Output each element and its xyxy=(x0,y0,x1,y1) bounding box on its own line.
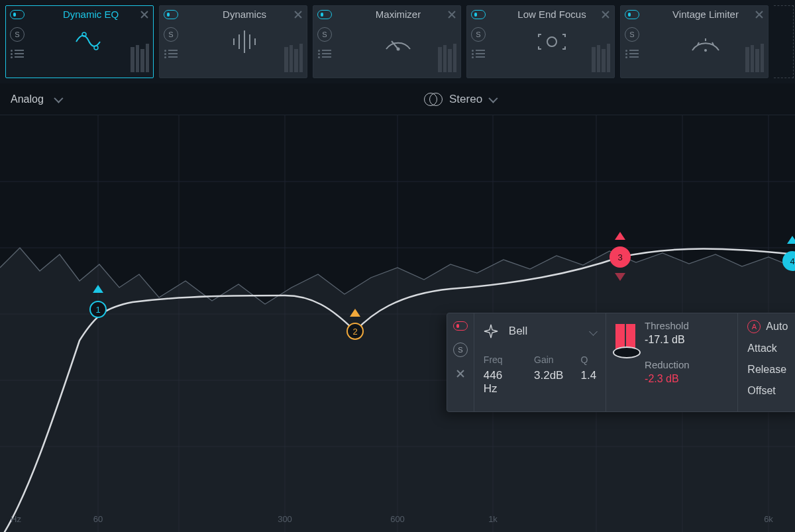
freq-tick: Hz xyxy=(11,514,21,524)
threshold-slider[interactable] xyxy=(615,324,635,384)
param-label: Q xyxy=(580,354,596,365)
power-toggle-icon[interactable] xyxy=(164,10,178,19)
add-module-slot[interactable] xyxy=(774,5,794,78)
preset-list-icon[interactable] xyxy=(472,50,485,59)
gain-param[interactable]: Gain 3.2dB xyxy=(534,354,563,396)
module-low-end-focus[interactable]: S Low End Focus xyxy=(466,5,615,78)
offset-param[interactable]: Offset xyxy=(747,385,795,397)
channel-dropdown[interactable]: Stereo xyxy=(424,93,496,106)
close-icon[interactable] xyxy=(755,10,764,19)
auto-badge-icon: A xyxy=(747,320,761,333)
eq-band-node-2[interactable]: 2 xyxy=(346,323,364,340)
panel-shape-column: Bell Freq 446 Hz Gain 3.2dB Q 1.4 xyxy=(474,313,606,411)
module-title: Dynamics xyxy=(223,9,266,20)
preset-list-icon[interactable] xyxy=(625,50,639,59)
module-left-icons: S xyxy=(6,6,28,78)
mode-dropdown[interactable]: Analog xyxy=(11,93,61,105)
dynamic-eq-icon xyxy=(71,25,111,58)
reduction-value: -2.3 dB xyxy=(645,373,690,385)
module-dynamics[interactable]: S Dynamics xyxy=(159,5,307,78)
reduction-label: Reduction xyxy=(645,359,690,370)
level-meter xyxy=(592,34,610,72)
freq-tick: 1k xyxy=(488,514,498,524)
freq-tick: 600 xyxy=(390,514,405,524)
power-toggle-icon[interactable] xyxy=(317,10,332,19)
level-meter xyxy=(745,34,764,72)
mode-label: Analog xyxy=(11,93,44,105)
param-label: Freq xyxy=(484,354,517,365)
focus-icon xyxy=(532,25,572,58)
attack-param[interactable]: Attack xyxy=(747,343,795,354)
chevron-down-icon xyxy=(54,93,63,103)
svg-point-9 xyxy=(547,37,556,46)
module-title: Vintage Limiter xyxy=(672,9,739,20)
threshold-label: Threshold xyxy=(645,320,690,331)
module-left-icons: S xyxy=(313,6,336,78)
param-grid: Freq 446 Hz Gain 3.2dB Q 1.4 xyxy=(484,354,596,396)
preset-list-icon[interactable] xyxy=(318,50,331,59)
auto-toggle[interactable]: A Auto xyxy=(747,320,795,333)
eq-band-node-3[interactable]: 3 xyxy=(610,246,631,268)
svg-point-8 xyxy=(397,48,400,51)
release-param[interactable]: Release xyxy=(747,364,795,376)
param-value: 3.2dB xyxy=(534,369,563,382)
solo-button[interactable]: S xyxy=(10,27,25,42)
module-vintage-limiter[interactable]: S Vintage Limiter xyxy=(620,5,768,78)
node-number: 1 xyxy=(95,305,100,315)
close-icon[interactable] xyxy=(140,10,149,19)
preset-list-icon[interactable] xyxy=(164,50,178,59)
eq-band-node-1[interactable]: 1 xyxy=(89,301,107,318)
band-parameter-panel: S Bell Freq 446 Hz Gain 3.2dB Q 1.4 T xyxy=(447,313,795,412)
module-left-icons: S xyxy=(621,6,643,78)
panel-icon-column: S xyxy=(447,313,474,411)
node-number: 4 xyxy=(790,256,794,266)
power-toggle-icon[interactable] xyxy=(10,10,25,19)
svg-point-13 xyxy=(704,49,707,52)
band-power-icon[interactable] xyxy=(453,321,468,331)
band-1-up-arrow-icon[interactable] xyxy=(93,285,103,293)
band-solo-button[interactable]: S xyxy=(453,343,468,357)
shape-name: Bell xyxy=(509,325,580,338)
module-left-icons: S xyxy=(467,6,490,78)
gauge-icon xyxy=(378,25,418,58)
freq-param[interactable]: Freq 446 Hz xyxy=(484,354,517,396)
module-maximizer[interactable]: S Maximizer xyxy=(313,5,461,78)
channel-label: Stereo xyxy=(449,93,482,106)
shape-dropdown[interactable]: Bell xyxy=(484,320,596,343)
param-value: 446 Hz xyxy=(484,369,517,396)
threshold-readout: Threshold -17.1 dB Reduction -2.3 dB xyxy=(645,320,690,405)
solo-button[interactable]: S xyxy=(625,27,639,42)
power-toggle-icon[interactable] xyxy=(471,10,486,19)
frequency-axis: Hz 60 300 600 1k 6k xyxy=(0,514,795,527)
module-title: Low End Focus xyxy=(517,9,586,20)
band-3-down-arrow-icon[interactable] xyxy=(615,273,625,281)
param-label: Gain xyxy=(534,354,563,365)
panel-threshold-column: Threshold -17.1 dB Reduction -2.3 dB xyxy=(606,313,737,411)
level-meter xyxy=(131,34,149,72)
module-left-icons: S xyxy=(160,6,182,78)
band-4-up-arrow-icon[interactable] xyxy=(787,236,795,244)
close-icon[interactable] xyxy=(293,10,303,19)
panel-envelope-column: A Auto Attack Release Offset xyxy=(737,313,795,411)
q-param[interactable]: Q 1.4 xyxy=(580,354,596,396)
param-value: 1.4 xyxy=(580,369,596,382)
power-toggle-icon[interactable] xyxy=(625,10,639,19)
module-strip: S Dynamic EQ S Dynamics S xyxy=(0,0,795,83)
close-icon[interactable] xyxy=(601,10,610,19)
freq-tick: 6k xyxy=(764,514,773,524)
freq-tick: 300 xyxy=(278,514,292,524)
band-2-up-arrow-icon[interactable] xyxy=(350,309,360,317)
close-icon[interactable] xyxy=(447,10,456,19)
preset-list-icon[interactable] xyxy=(11,50,24,59)
band-delete-icon[interactable] xyxy=(456,369,465,378)
level-meter xyxy=(284,34,303,72)
solo-button[interactable]: S xyxy=(164,27,178,42)
freq-tick: 60 xyxy=(93,514,103,524)
threshold-value[interactable]: -17.1 dB xyxy=(645,334,690,346)
module-title: Maximizer xyxy=(376,9,421,20)
solo-button[interactable]: S xyxy=(317,27,332,42)
band-3-up-arrow-icon[interactable] xyxy=(615,232,625,240)
solo-button[interactable]: S xyxy=(471,27,486,42)
chevron-down-icon xyxy=(589,327,598,336)
module-dynamic-eq[interactable]: S Dynamic EQ xyxy=(5,5,154,78)
